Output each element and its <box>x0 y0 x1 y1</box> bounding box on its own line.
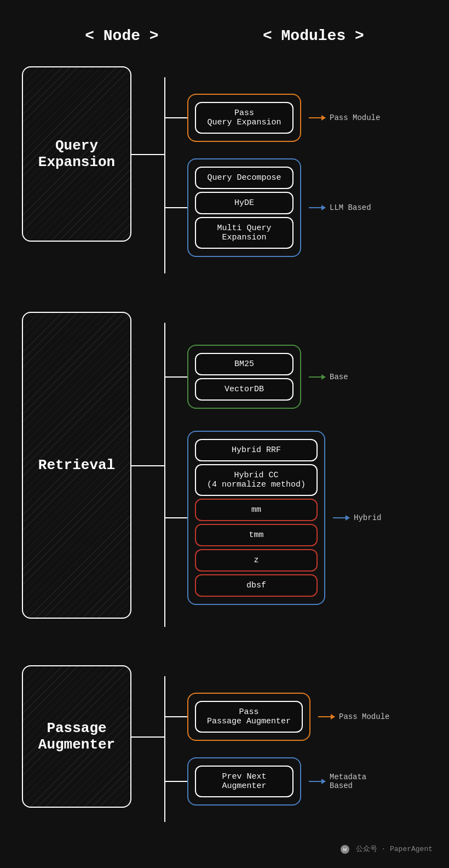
branch-metadata: Prev NextAugmenter MetadataBased <box>165 757 389 806</box>
module-tmm: tmm <box>195 524 318 546</box>
branches-ret: BM25 VectorDB Base Hybrid RRF <box>165 323 381 627</box>
branches-pa: PassPassage Augmenter Pass Module Prev N… <box>165 676 389 822</box>
branch-line-metadata <box>165 781 187 782</box>
module-prev-next: Prev NextAugmenter <box>195 766 293 797</box>
node-query-expansion-label: QueryExpansion <box>33 132 120 176</box>
connector-line-pa <box>131 736 164 738</box>
arrow-label-hybrid: Hybrid <box>354 513 381 522</box>
module-mm: mm <box>195 499 318 521</box>
node-retrieval-label: Retrieval <box>33 452 120 479</box>
module-hyde: HyDE <box>195 192 293 214</box>
arrow-line-blue-hybrid <box>333 517 349 518</box>
node-passage-augmenter: PassageAugmenter <box>22 665 131 808</box>
arrow-line-blue-pa <box>309 781 325 782</box>
module-query-decompose: Query Decompose <box>195 167 293 189</box>
arrow-label-base: Base <box>330 373 348 381</box>
branch-line-base <box>165 376 187 378</box>
module-multi-query: Multi QueryExpansion <box>195 217 293 249</box>
module-pass-passage-augmenter: PassPassage Augmenter <box>195 701 303 733</box>
node-retrieval: Retrieval <box>22 312 131 619</box>
module-hybrid-rrf: Hybrid RRF <box>195 439 318 461</box>
watermark-text: 公众号 · PaperAgent <box>356 845 433 853</box>
branch-line-pass-pa <box>165 716 187 717</box>
module-z: z <box>195 549 318 572</box>
arrow-line-orange-1 <box>309 117 325 118</box>
module-bm25: BM25 <box>195 353 293 375</box>
group-hybrid: Hybrid RRF Hybrid CC(4 normalize method)… <box>187 431 381 605</box>
branch-pass-qe: PassQuery Expansion Pass Module <box>165 94 380 142</box>
header: < Node > < Modules > <box>0 16 449 61</box>
group-pass-pa: PassPassage Augmenter Pass Module <box>187 693 389 741</box>
module-hybrid-cc: Hybrid CC(4 normalize method) <box>195 464 318 496</box>
branch-line-2 <box>165 207 187 208</box>
module-vectordb: VectorDB <box>195 378 293 401</box>
v-bar-qe <box>164 77 165 273</box>
header-node-title: < Node > <box>85 27 158 44</box>
connector-line-ret <box>131 465 164 466</box>
group-llm-qe: Query Decompose HyDE Multi QueryExpansio… <box>187 158 371 257</box>
arrow-line-blue-1 <box>309 207 325 208</box>
module-dbsf: dbsf <box>195 574 318 597</box>
branch-base: BM25 VectorDB Base <box>165 345 381 409</box>
node-passage-augmenter-label: PassageAugmenter <box>33 715 120 758</box>
node-query-expansion: QueryExpansion <box>22 66 131 242</box>
watermark-icon: w <box>341 845 349 854</box>
arrow-base: Base <box>309 373 348 381</box>
arrow-metadata-based: MetadataBased <box>309 773 366 790</box>
group-base: BM25 VectorDB Base <box>187 345 348 409</box>
arrow-llm-based: LLM Based <box>309 203 371 212</box>
arrow-label-llm-based: LLM Based <box>330 203 371 212</box>
gap-2 <box>0 643 449 660</box>
arrow-line-green <box>309 376 325 378</box>
module-group-pass-qe: PassQuery Expansion <box>187 94 301 142</box>
group-metadata: Prev NextAugmenter MetadataBased <box>187 757 366 806</box>
arrow-line-orange-pa <box>318 716 335 717</box>
gap-1 <box>0 290 449 306</box>
module-group-metadata: Prev NextAugmenter <box>187 757 301 806</box>
section-passage-augmenter: PassageAugmenter PassPassage Augmenter <box>22 665 427 822</box>
arrow-label-pass-module-1: Pass Module <box>330 113 380 122</box>
branches-qe: PassQuery Expansion Pass Module Query De… <box>165 77 380 273</box>
section-query-expansion: QueryExpansion PassQuery Expansion <box>22 66 427 273</box>
arrow-hybrid: Hybrid <box>333 513 381 522</box>
group-pass-qe: PassQuery Expansion Pass Module <box>187 94 380 142</box>
arrow-label-pass-module-pa: Pass Module <box>339 712 389 721</box>
branch-hybrid: Hybrid RRF Hybrid CC(4 normalize method)… <box>165 431 381 605</box>
connector-line-qe <box>131 154 164 155</box>
module-group-pass-pa: PassPassage Augmenter <box>187 693 310 741</box>
module-group-hybrid: Hybrid RRF Hybrid CC(4 normalize method)… <box>187 431 325 605</box>
arrow-pass-module-pa: Pass Module <box>318 712 389 721</box>
module-group-base: BM25 VectorDB <box>187 345 301 409</box>
module-group-llm: Query Decompose HyDE Multi QueryExpansio… <box>187 158 301 257</box>
branch-line-hybrid <box>165 517 187 518</box>
header-modules-title: < Modules > <box>263 27 364 44</box>
section-retrieval: Retrieval BM25 VectorDB <box>22 312 427 627</box>
branch-pass-pa: PassPassage Augmenter Pass Module <box>165 693 389 741</box>
branch-llm-qe: Query Decompose HyDE Multi QueryExpansio… <box>165 158 380 257</box>
branch-line-1 <box>165 117 187 118</box>
watermark: w 公众号 · PaperAgent <box>0 838 449 865</box>
arrow-pass-module: Pass Module <box>309 113 380 122</box>
page-container: < Node > < Modules > QueryExpansion <box>0 0 449 868</box>
module-pass-query-expansion: PassQuery Expansion <box>195 102 293 134</box>
arrow-label-metadata-based: MetadataBased <box>330 773 366 790</box>
